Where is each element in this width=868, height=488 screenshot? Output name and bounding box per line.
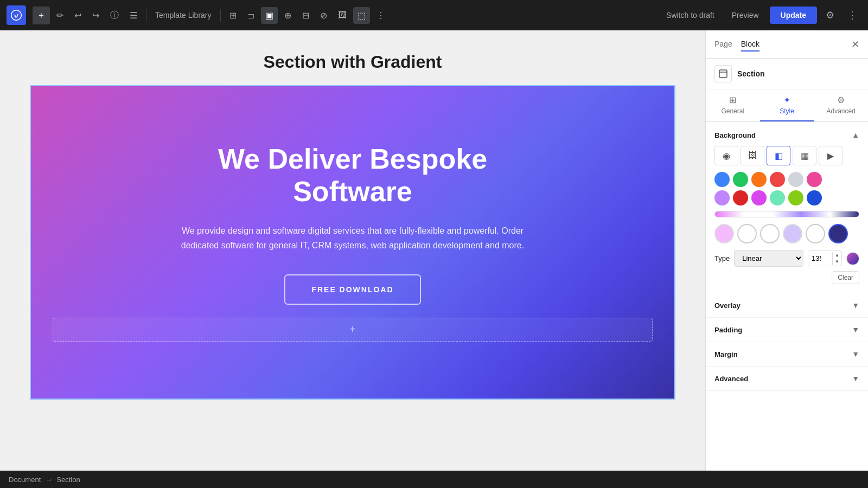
section-heading: We Deliver Bespoke Software xyxy=(163,143,542,208)
advanced-label: Advanced xyxy=(826,107,855,115)
background-header[interactable]: Background ▲ xyxy=(714,131,859,139)
main-area: Section with Gradient We Deliver Bespoke… xyxy=(0,30,868,471)
breadcrumb-document[interactable]: Document xyxy=(9,476,41,484)
angle-down-button[interactable]: ▼ xyxy=(833,259,841,265)
preview-button[interactable]: Preview xyxy=(725,8,765,23)
align-top-button[interactable]: ⊕ xyxy=(280,7,296,24)
background-section: Background ▲ ◉ 🖼 ◧ ▦ ▶ xyxy=(706,122,868,293)
info-button[interactable]: ⓘ xyxy=(106,7,123,24)
gradient-color-preview[interactable] xyxy=(846,252,859,265)
page-title: Section with Gradient xyxy=(264,52,442,72)
style-tabs: ⊞ General ✦ Style ⚙ Advanced xyxy=(706,89,868,122)
panel-tabs: Page Block xyxy=(714,37,760,52)
gradient-stop-2[interactable] xyxy=(760,224,780,243)
redo-button[interactable]: ↪ xyxy=(88,7,104,24)
edit-button[interactable]: ✏ xyxy=(52,7,68,24)
advanced-section[interactable]: Advanced ▼ xyxy=(706,367,868,391)
align-center-button[interactable]: ▣ xyxy=(261,7,278,24)
overlay-section[interactable]: Overlay ▼ xyxy=(706,293,868,318)
color-lime[interactable] xyxy=(788,190,803,206)
gradient-stop-0[interactable] xyxy=(714,224,734,243)
bg-type-image-button[interactable]: 🖼 xyxy=(741,146,764,165)
advanced-chevron-icon: ▼ xyxy=(852,374,859,383)
color-orange[interactable] xyxy=(751,172,767,187)
more-options-button[interactable]: ⋮ xyxy=(372,7,390,24)
bg-type-video-button[interactable]: ▶ xyxy=(819,146,843,165)
gradient-stop-4[interactable] xyxy=(806,224,825,243)
margin-chevron-icon: ▼ xyxy=(852,350,859,358)
layout-view-button[interactable]: ⊞ xyxy=(225,7,241,24)
more-menu-button[interactable]: ⋮ xyxy=(843,6,861,24)
color-fuchsia[interactable] xyxy=(751,190,767,206)
panel-header: Page Block ✕ xyxy=(706,30,868,59)
wordpress-logo[interactable] xyxy=(7,5,26,25)
bg-type-gradient-button[interactable]: ◧ xyxy=(767,146,790,165)
color-blue[interactable] xyxy=(714,172,730,187)
clear-formatting-button[interactable]: ⊘ xyxy=(316,7,331,24)
color-green[interactable] xyxy=(733,172,748,187)
style-icon: ✦ xyxy=(783,95,790,105)
color-row-1 xyxy=(714,172,859,187)
angle-up-button[interactable]: ▲ xyxy=(833,252,841,259)
align-left-button[interactable]: ⊐ xyxy=(243,7,259,24)
color-pink[interactable] xyxy=(807,172,822,187)
breadcrumb-bar: Document → Section xyxy=(0,471,868,488)
settings-button[interactable]: ⚙ xyxy=(821,6,839,24)
add-block-row[interactable]: + xyxy=(53,318,653,342)
padding-chevron-icon: ▼ xyxy=(852,325,859,334)
bg-type-solid-button[interactable]: ◉ xyxy=(714,146,738,165)
advanced-title: Advanced xyxy=(714,375,748,383)
section-title-label: Section xyxy=(737,69,765,78)
gradient-stop-1[interactable] xyxy=(737,224,757,243)
gradient-preview-bar xyxy=(714,211,859,217)
switch-to-draft-button[interactable]: Switch to draft xyxy=(660,8,721,23)
canvas-area: Section with Gradient We Deliver Bespoke… xyxy=(0,30,705,471)
add-block-plus-icon: + xyxy=(349,323,356,336)
divider-1 xyxy=(146,9,146,22)
bg-type-pattern-button[interactable]: ▦ xyxy=(793,146,816,165)
breadcrumb-separator: → xyxy=(45,476,52,484)
list-view-button[interactable]: ☰ xyxy=(125,7,142,24)
add-block-button[interactable]: ＋ xyxy=(33,7,50,24)
update-button[interactable]: Update xyxy=(770,7,817,24)
image-button[interactable]: 🖼 xyxy=(334,7,351,23)
clear-button[interactable]: Clear xyxy=(832,271,859,284)
tab-page[interactable]: Page xyxy=(714,37,732,52)
template-library-label: Template Library xyxy=(151,11,216,20)
type-select[interactable]: Linear Radial xyxy=(734,250,803,267)
undo-button[interactable]: ↩ xyxy=(70,7,86,24)
section-row: Section xyxy=(706,59,868,89)
color-purple-light[interactable] xyxy=(714,190,730,206)
general-icon: ⊞ xyxy=(729,95,736,105)
tab-advanced[interactable]: ⚙ Advanced xyxy=(814,89,868,121)
bg-type-row: ◉ 🖼 ◧ ▦ ▶ xyxy=(714,146,859,165)
gradient-stops-row xyxy=(714,224,859,243)
tab-style[interactable]: ✦ Style xyxy=(760,89,814,121)
angle-spinners: ▲ ▼ xyxy=(832,252,841,265)
panel-close-button[interactable]: ✕ xyxy=(851,38,859,50)
section-icon xyxy=(714,65,732,82)
overlay-title: Overlay xyxy=(714,301,741,310)
tab-block[interactable]: Block xyxy=(741,37,760,52)
tab-general[interactable]: ⊞ General xyxy=(706,89,760,121)
gradient-stop-5[interactable] xyxy=(828,224,848,243)
color-red[interactable] xyxy=(733,190,748,206)
color-dark-blue[interactable] xyxy=(807,190,822,206)
angle-input[interactable] xyxy=(808,251,832,266)
toolbar-right: Switch to draft Preview Update ⚙ ⋮ xyxy=(660,6,861,24)
margin-section[interactable]: Margin ▼ xyxy=(706,342,868,367)
align-middle-button[interactable]: ⊟ xyxy=(298,7,314,24)
gradient-stop-3[interactable] xyxy=(783,224,802,243)
color-gray[interactable] xyxy=(788,172,803,187)
frame-button[interactable]: ⬚ xyxy=(353,7,370,24)
padding-section[interactable]: Padding ▼ xyxy=(706,318,868,342)
breadcrumb-section[interactable]: Section xyxy=(56,476,80,484)
free-download-button[interactable]: FREE DOWNLOAD xyxy=(284,274,420,305)
section-block[interactable]: We Deliver Bespoke Software We provide d… xyxy=(30,85,675,400)
color-mint[interactable] xyxy=(770,190,785,206)
section-content: We Deliver Bespoke Software We provide d… xyxy=(163,143,542,305)
color-row-2 xyxy=(714,190,859,206)
angle-input-wrap: ▲ ▼ xyxy=(808,251,842,266)
color-red-orange[interactable] xyxy=(770,172,785,187)
right-panel: Page Block ✕ Section ⊞ General ✦ Style ⚙ xyxy=(705,30,868,471)
